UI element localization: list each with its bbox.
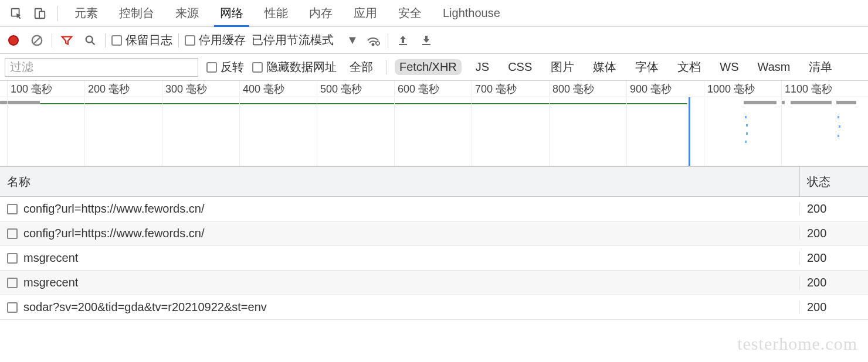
overview-bar [836, 101, 856, 104]
filter-type-font[interactable]: 字体 [630, 58, 663, 76]
disable-cache-label: 停用缓存 [199, 32, 246, 48]
table-row[interactable]: sodar?sv=200&tid=gda&tv=r20210922&st=env… [0, 295, 868, 320]
filter-type-manifest[interactable]: 清单 [804, 58, 837, 76]
timeline-ruler: 100 毫秒200 毫秒300 毫秒400 毫秒500 毫秒600 毫秒700 … [0, 81, 868, 97]
file-icon [7, 278, 18, 288]
import-har-icon[interactable] [394, 32, 412, 49]
timeline-tick-label: 600 毫秒 [398, 82, 439, 96]
disable-cache-checkbox[interactable]: 停用缓存 [185, 32, 246, 48]
table-row[interactable]: config?url=https://www.fewords.cn/200 [0, 221, 868, 246]
export-har-icon[interactable] [418, 32, 435, 49]
invert-checkbox[interactable]: 反转 [206, 59, 244, 75]
tab-elements[interactable]: 元素 [64, 0, 108, 26]
filter-type-wasm[interactable]: Wasm [753, 59, 795, 75]
overview-bar [0, 101, 40, 104]
request-status: 200 [807, 300, 826, 314]
overview-spark [838, 116, 839, 118]
dcl-marker [689, 97, 690, 166]
tab-sources[interactable]: 来源 [165, 0, 209, 26]
timeline-gridline [84, 81, 85, 166]
record-button[interactable] [5, 32, 22, 49]
timeline-gridline [626, 81, 627, 166]
watermark-text: testerhome.com [737, 334, 857, 354]
invert-label: 反转 [221, 59, 244, 75]
table-row[interactable]: msgrecent200 [0, 271, 868, 295]
network-toolbar: 保留日志 停用缓存 已停用节流模式 ▼ [0, 27, 868, 54]
request-name: msgrecent [23, 251, 78, 265]
filter-type-js[interactable]: JS [471, 59, 494, 75]
preserve-log-checkbox[interactable]: 保留日志 [111, 32, 172, 48]
tab-label: 网络 [220, 5, 243, 21]
throttling-dropdown[interactable]: 已停用节流模式 ▼ [252, 32, 358, 48]
file-icon [7, 302, 18, 313]
overview-spark [838, 135, 839, 137]
tab-lighthouse[interactable]: Lighthouse [432, 0, 511, 26]
overview-spark [746, 132, 748, 135]
tab-application[interactable]: 应用 [343, 0, 388, 26]
request-name: sodar?sv=200&tid=gda&tv=r20210922&st=env [23, 300, 267, 314]
timeline-gridline [781, 81, 782, 166]
hide-data-urls-label: 隐藏数据网址 [266, 59, 337, 75]
file-icon [7, 253, 18, 264]
tab-memory[interactable]: 内存 [299, 0, 343, 26]
table-row[interactable]: config?url=https://www.fewords.cn/200 [0, 197, 868, 221]
clear-button[interactable] [28, 32, 46, 49]
cell-name: config?url=https://www.fewords.cn/ [0, 227, 800, 240]
tab-console[interactable]: 控制台 [108, 0, 165, 26]
file-icon [7, 204, 18, 214]
request-status: 200 [807, 276, 826, 289]
timeline-tick-label: 900 毫秒 [630, 82, 672, 96]
table-row[interactable]: msgrecent200 [0, 246, 868, 271]
filter-input[interactable] [5, 58, 198, 77]
file-icon [7, 228, 18, 239]
request-name: msgrecent [23, 276, 78, 289]
timeline-tick-label: 300 毫秒 [165, 82, 207, 96]
separator [52, 33, 52, 47]
overview-bar [744, 101, 777, 104]
network-table-body: config?url=https://www.fewords.cn/200con… [0, 197, 868, 320]
separator [57, 6, 58, 21]
svg-point-6 [376, 42, 379, 45]
filter-type-all[interactable]: 全部 [345, 58, 378, 76]
filter-type-img[interactable]: 图片 [546, 58, 579, 76]
tab-network[interactable]: 网络 [209, 0, 254, 26]
separator [105, 33, 106, 47]
cell-status: 200 [800, 276, 868, 289]
inspect-element-icon[interactable] [8, 5, 25, 22]
timeline-gridline [7, 81, 8, 166]
column-header-name[interactable]: 名称 [0, 167, 800, 196]
filter-type-doc[interactable]: 文档 [673, 58, 706, 76]
overview-bar [791, 101, 832, 104]
tab-performance[interactable]: 性能 [254, 0, 299, 26]
timeline-tick-label: 100 毫秒 [11, 82, 52, 96]
timeline-tick-label: 200 毫秒 [88, 82, 130, 96]
request-status: 200 [807, 227, 826, 240]
checkbox-icon [206, 62, 217, 73]
column-header-label: 状态 [807, 174, 830, 190]
filter-type-media[interactable]: 媒体 [588, 58, 621, 76]
request-name: config?url=https://www.fewords.cn/ [23, 227, 204, 240]
filter-toggle-icon[interactable] [58, 32, 76, 49]
cell-name: sodar?sv=200&tid=gda&tv=r20210922&st=env [0, 300, 800, 314]
filter-type-css[interactable]: CSS [503, 59, 537, 75]
svg-rect-2 [39, 11, 45, 18]
timeline-tick-label: 1100 毫秒 [785, 82, 832, 96]
filter-type-fetchxhr[interactable]: Fetch/XHR [395, 59, 462, 75]
tab-security[interactable]: 安全 [388, 0, 432, 26]
tab-label: 来源 [175, 5, 199, 21]
request-status: 200 [807, 251, 826, 265]
hide-data-urls-checkbox[interactable]: 隐藏数据网址 [252, 59, 337, 75]
tab-label: Lighthouse [443, 6, 500, 20]
device-toolbar-icon[interactable] [32, 5, 48, 22]
column-header-status[interactable]: 状态 [800, 167, 868, 196]
timeline-gridline [394, 81, 395, 166]
network-overview-timeline[interactable]: 100 毫秒200 毫秒300 毫秒400 毫秒500 毫秒600 毫秒700 … [0, 81, 868, 166]
timeline-tick-label: 500 毫秒 [320, 82, 362, 96]
filter-type-ws[interactable]: WS [715, 59, 743, 75]
network-conditions-icon[interactable] [364, 32, 382, 49]
cell-name: msgrecent [0, 251, 800, 265]
chevron-down-icon: ▼ [347, 33, 358, 47]
timeline-gridline [472, 81, 472, 166]
tab-label: 应用 [354, 5, 377, 21]
search-icon[interactable] [82, 32, 99, 49]
